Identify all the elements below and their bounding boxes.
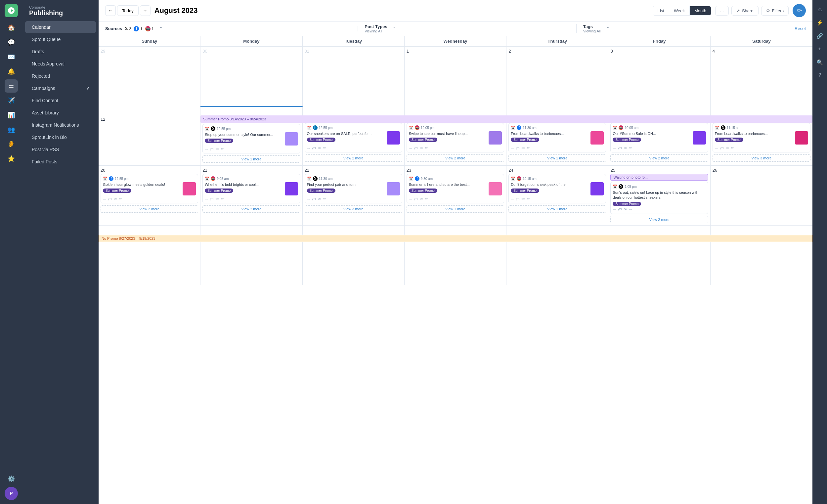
tag-icon[interactable]: 🏷 [312, 197, 315, 201]
view-more-button[interactable]: View 1 more [508, 154, 606, 162]
eye-icon[interactable]: 👁 [624, 146, 627, 150]
more-icon[interactable]: ··· [205, 147, 208, 151]
help-icon[interactable]: ? [815, 70, 825, 81]
eye-icon[interactable]: 👁 [113, 197, 117, 201]
publish-icon[interactable]: ✈️ [5, 94, 18, 107]
more-options-button[interactable]: ··· [715, 6, 729, 15]
tag-icon[interactable]: 🏷 [312, 146, 315, 150]
sidebar-item-drafts[interactable]: Drafts [25, 46, 96, 57]
more-icon[interactable]: ··· [613, 207, 616, 211]
edit-icon[interactable]: ✏ [323, 197, 326, 201]
tag-icon[interactable]: 🏷 [210, 147, 213, 151]
people-icon[interactable]: 👥 [5, 123, 18, 136]
tag-badge[interactable]: Summer Promo [715, 138, 743, 142]
eye-icon[interactable]: 👁 [624, 207, 627, 211]
reviews-icon[interactable]: ⭐ [5, 152, 18, 165]
view-more-button[interactable]: View 2 more [202, 205, 300, 213]
avatar[interactable]: P [5, 487, 18, 500]
tag-badge[interactable]: Summer Promo [307, 138, 335, 142]
sidebar-logo[interactable] [5, 4, 18, 17]
share-button[interactable]: ↗ Share [731, 6, 759, 15]
view-more-button[interactable]: View 1 more [406, 205, 504, 213]
waiting-banner[interactable]: Waiting on photo fo... [610, 174, 708, 181]
edit-icon[interactable]: ✏ [527, 197, 530, 201]
tag-badge[interactable]: Summer Promo [103, 189, 131, 193]
sidebar-item-sproutlink[interactable]: SproutLink in Bio [25, 131, 96, 143]
sidebar-item-rejected[interactable]: Rejected [25, 70, 96, 82]
sidebar-item-failed-posts[interactable]: Failed Posts [25, 156, 96, 168]
edit-icon[interactable]: ✏ [221, 197, 224, 201]
edit-icon[interactable]: ✏ [425, 146, 428, 150]
eye-icon[interactable]: 👁 [420, 146, 423, 150]
summer-promo-banner[interactable]: Summer Promo 8/14/2023 – 8/24/2023 [200, 115, 813, 123]
sidebar-item-sprout-queue[interactable]: Sprout Queue [25, 34, 96, 45]
analytics-icon[interactable]: 📊 [5, 108, 18, 122]
view-more-button[interactable]: View 3 more [305, 205, 402, 213]
sidebar-item-post-rss[interactable]: Post via RSS [25, 144, 96, 155]
tag-icon[interactable]: 🏷 [618, 207, 622, 211]
month-view-button[interactable]: Month [690, 6, 711, 15]
messages-icon[interactable]: ✉️ [5, 50, 18, 63]
eye-icon[interactable]: 👁 [725, 146, 729, 150]
post-types-chevron-icon[interactable]: ⌃ [393, 26, 396, 31]
more-icon[interactable]: ··· [613, 146, 616, 150]
link-icon[interactable]: 🔗 [815, 31, 825, 41]
search-icon[interactable]: 🔍 [815, 57, 825, 67]
x-source-icon[interactable]: 𝕏 [125, 27, 128, 31]
edit-icon[interactable]: ✏ [323, 146, 326, 150]
prev-month-button[interactable]: ← [105, 5, 116, 16]
edit-icon[interactable]: ✏ [221, 147, 224, 151]
week-view-button[interactable]: Week [669, 6, 690, 15]
edit-icon[interactable]: ✏ [119, 197, 122, 201]
tag-badge[interactable]: Summer Promo [511, 189, 539, 193]
settings-icon[interactable]: ⚙️ [5, 472, 18, 486]
tag-icon[interactable]: 🏷 [516, 197, 519, 201]
view-more-button[interactable]: View 1 more [508, 205, 606, 213]
tasks-icon[interactable]: ☰ [5, 80, 18, 93]
tag-badge[interactable]: Summer Promo [613, 138, 641, 142]
add-icon[interactable]: + [815, 44, 825, 54]
eye-icon[interactable]: 👁 [521, 146, 525, 150]
view-more-button[interactable]: View 2 more [305, 154, 402, 162]
view-more-button[interactable]: View 2 more [406, 154, 504, 162]
eye-icon[interactable]: 👁 [215, 147, 219, 151]
view-more-button[interactable]: View 3 more [713, 154, 811, 162]
more-icon[interactable]: ··· [103, 197, 106, 201]
more-icon[interactable]: ··· [715, 146, 718, 150]
eye-icon[interactable]: 👁 [318, 197, 321, 201]
sidebar-item-find-content[interactable]: Find Content [25, 95, 96, 106]
no-promo-banner[interactable]: No Promo 8/27/2023 – 9/19/2023 [99, 235, 813, 242]
tag-badge[interactable]: Summer Promo [205, 189, 233, 193]
list-view-button[interactable]: List [653, 6, 669, 15]
reset-link[interactable]: Reset [794, 26, 806, 31]
tag-icon[interactable]: 🏷 [108, 197, 111, 201]
sidebar-item-calendar[interactable]: Calendar [25, 21, 96, 33]
eye-icon[interactable]: 👁 [420, 197, 423, 201]
eye-icon[interactable]: 👁 [215, 197, 219, 201]
compose-button[interactable]: ✏ [792, 4, 806, 17]
home-icon[interactable]: 🏠 [5, 21, 18, 34]
more-icon[interactable]: ··· [205, 197, 208, 201]
tag-icon[interactable]: 🏷 [516, 146, 519, 150]
listen-icon[interactable]: 👂 [5, 138, 18, 151]
more-icon[interactable]: ··· [511, 197, 514, 201]
edit-icon[interactable]: ✏ [629, 207, 632, 212]
view-more-button[interactable]: View 1 more [202, 155, 300, 163]
tag-icon[interactable]: 🏷 [414, 197, 418, 201]
today-button[interactable]: Today [117, 5, 139, 16]
ig-source-icon[interactable]: 📷 [145, 26, 150, 32]
filters-button[interactable]: ⚙ Filters [761, 6, 789, 15]
edit-icon[interactable]: ✏ [425, 197, 428, 201]
inbox-icon[interactable]: 💬 [5, 36, 18, 49]
alert-icon[interactable]: ⚠ [815, 4, 825, 14]
more-icon[interactable]: ··· [409, 197, 412, 201]
eye-icon[interactable]: 👁 [521, 197, 525, 201]
tag-badge[interactable]: Summer Promo [409, 138, 437, 142]
sidebar-item-needs-approval[interactable]: Needs Approval [25, 58, 96, 70]
tag-badge[interactable]: Summer Promo [205, 139, 233, 143]
sidebar-item-instagram-notif[interactable]: Instagram Notifications [25, 119, 96, 131]
more-icon[interactable]: ··· [307, 197, 310, 201]
sidebar-item-campaigns[interactable]: Campaigns∨ [25, 82, 96, 94]
edit-icon[interactable]: ✏ [731, 146, 734, 150]
edit-icon[interactable]: ✏ [629, 146, 632, 150]
